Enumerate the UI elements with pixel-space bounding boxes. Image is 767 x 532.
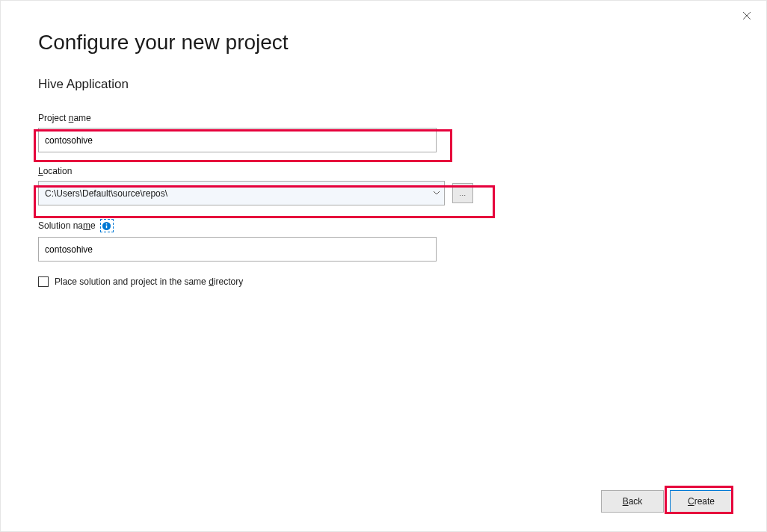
location-row: C:\Users\Default\source\repos\ ...	[38, 181, 729, 205]
location-label: Location	[38, 166, 729, 176]
svg-rect-4	[106, 223, 107, 223]
location-value: C:\Users\Default\source\repos\	[45, 188, 431, 199]
project-name-row	[38, 128, 729, 152]
create-button[interactable]: Create	[670, 490, 733, 513]
same-directory-checkbox-row[interactable]: Place solution and project in the same d…	[38, 276, 729, 287]
project-name-input[interactable]	[38, 128, 437, 152]
close-icon	[742, 11, 751, 20]
same-directory-label: Place solution and project in the same d…	[55, 276, 243, 287]
dialog-footer: Back Create	[601, 490, 733, 513]
solution-name-row	[38, 237, 729, 262]
info-icon	[102, 221, 111, 231]
browse-button[interactable]: ...	[452, 183, 473, 203]
page-title: Configure your new project	[38, 31, 729, 55]
same-directory-checkbox[interactable]	[38, 276, 49, 287]
solution-name-input[interactable]	[38, 237, 437, 262]
dialog-content: Configure your new project Hive Applicat…	[38, 31, 729, 287]
solution-name-label-row: Solution name	[38, 219, 729, 232]
svg-rect-3	[106, 225, 107, 228]
back-button[interactable]: Back	[601, 490, 664, 513]
solution-name-label: Solution name	[38, 220, 96, 231]
location-combobox[interactable]: C:\Users\Default\source\repos\	[38, 181, 445, 205]
project-type-subtitle: Hive Application	[38, 77, 729, 92]
chevron-down-icon	[431, 191, 443, 196]
info-icon-wrap[interactable]	[100, 219, 114, 232]
close-button[interactable]	[738, 7, 756, 25]
project-name-label: Project name	[38, 113, 729, 123]
